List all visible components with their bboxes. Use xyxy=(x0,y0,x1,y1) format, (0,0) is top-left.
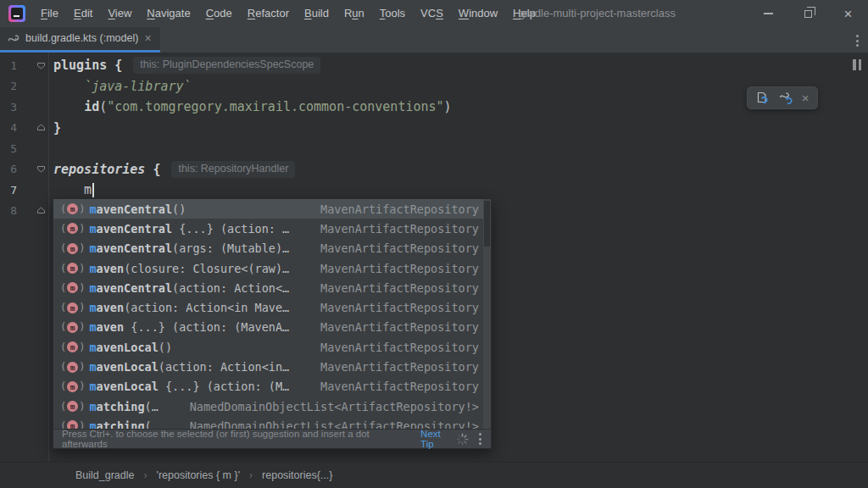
popup-scrollbar-thumb[interactable] xyxy=(484,201,490,247)
line-number: 4 xyxy=(3,121,17,134)
method-icon: (m) xyxy=(60,341,85,353)
completion-item-maven[interactable]: (m)maven {...} (action: (MavenA…MavenArt… xyxy=(53,318,491,337)
fold-marker-icon[interactable] xyxy=(17,164,48,174)
menu-build[interactable]: Build xyxy=(297,0,337,27)
code-text: m xyxy=(48,182,94,197)
kebab-icon xyxy=(854,32,861,49)
completion-item-matching[interactable]: (m)matching(…NamedDomainObjectList<Artif… xyxy=(53,416,491,429)
window-controls: × xyxy=(748,0,868,27)
menu-run[interactable]: Run xyxy=(337,0,372,27)
breadcrumb-separator: › xyxy=(249,469,253,481)
load-gradle-changes-toolbar: × xyxy=(747,86,818,109)
method-icon: (m) xyxy=(60,242,85,254)
minimize-button[interactable] xyxy=(748,0,788,27)
editor-tab-bar: build.gradle.kts (:model) × xyxy=(0,27,868,53)
breadcrumb: Build_gradle›'repositories { m }'›reposi… xyxy=(0,462,868,488)
breadcrumb-item-0[interactable]: Build_gradle xyxy=(72,469,138,482)
file-sync-icon xyxy=(756,92,771,105)
completion-list: (m)mavenCentral()MavenArtifactRepository… xyxy=(53,199,491,429)
restore-icon xyxy=(804,10,812,18)
method-icon: (m) xyxy=(60,203,85,215)
load-gradle-changes-button[interactable] xyxy=(756,92,771,105)
tab-label: build.gradle.kts (:model) xyxy=(25,32,138,44)
code-editor[interactable]: 1plugins {this: PluginDependenciesSpecSc… xyxy=(0,53,868,488)
fold-marker-icon[interactable] xyxy=(17,123,48,132)
line-number: 6 xyxy=(3,163,17,175)
menu-window[interactable]: Window xyxy=(451,0,505,27)
restore-button[interactable] xyxy=(788,0,828,27)
gradle-sync-icon xyxy=(778,92,793,105)
sync-gradle-button[interactable] xyxy=(778,92,793,105)
line-number: 1 xyxy=(3,59,17,72)
menu-vcs[interactable]: VCS xyxy=(413,0,451,27)
popup-options-icon[interactable] xyxy=(476,430,484,447)
code-line-6[interactable]: 6repositories {this: RepositoryHandler xyxy=(0,159,868,180)
method-icon: (m) xyxy=(60,263,85,274)
method-icon: (m) xyxy=(60,282,85,294)
line-number: 5 xyxy=(3,142,17,155)
title-bar: FileEditViewNavigateCodeRefactorBuildRun… xyxy=(0,0,868,27)
line-number: 3 xyxy=(3,101,17,114)
method-icon: (m) xyxy=(60,361,85,373)
code-line-5[interactable]: 5 xyxy=(0,138,868,159)
menu-navigate[interactable]: Navigate xyxy=(139,0,198,27)
fold-marker-icon[interactable] xyxy=(17,61,48,70)
completion-item-mavenLocal[interactable]: (m)mavenLocal(action: Action<in…MavenArt… xyxy=(53,357,491,376)
breadcrumb-separator: › xyxy=(144,469,147,481)
code-line-4[interactable]: 4} xyxy=(0,118,868,139)
completion-item-maven[interactable]: (m)maven(closure: Closure<(raw)…MavenArt… xyxy=(53,258,491,278)
next-tip-link[interactable]: Next Tip xyxy=(420,429,456,449)
code-text: } xyxy=(48,120,61,136)
completion-popup: (m)mavenCentral()MavenArtifactRepository… xyxy=(53,198,492,449)
completion-item-mavenCentral[interactable]: (m)mavenCentral {...} (action: …MavenArt… xyxy=(53,219,491,238)
method-icon: (m) xyxy=(60,401,85,413)
completion-item-mavenCentral[interactable]: (m)mavenCentral()MavenArtifactRepository xyxy=(53,199,491,219)
pause-analysis-icon[interactable] xyxy=(851,58,863,72)
code-lines: 1plugins {this: PluginDependenciesSpecSc… xyxy=(0,55,868,221)
gradle-icon xyxy=(7,32,20,46)
code-text: id("com.tomgregory.maxirail.common-conve… xyxy=(48,99,452,114)
method-icon: (m) xyxy=(60,223,85,235)
code-text: `java-library` xyxy=(48,79,192,94)
intellij-logo-icon xyxy=(8,5,25,22)
inlay-hint: this: PluginDependenciesSpecScope xyxy=(133,57,320,74)
menu-tools[interactable]: Tools xyxy=(372,0,413,27)
close-button[interactable]: × xyxy=(828,0,868,27)
menu-file[interactable]: File xyxy=(33,0,66,27)
tab-close-icon[interactable]: × xyxy=(144,31,151,45)
menu-code[interactable]: Code xyxy=(198,0,240,27)
completion-hint-bar: Press Ctrl+. to choose the selected (or … xyxy=(53,429,491,448)
menu-edit[interactable]: Edit xyxy=(66,0,100,27)
method-icon: (m) xyxy=(60,420,85,429)
fold-marker-icon[interactable] xyxy=(17,206,48,215)
minimize-icon xyxy=(764,13,773,14)
completion-item-mavenCentral[interactable]: (m)mavenCentral(args: (Mutable)…MavenArt… xyxy=(53,239,491,258)
dismiss-sync-icon[interactable]: × xyxy=(802,92,810,104)
completion-item-maven[interactable]: (m)maven(action: Action<in Mave…MavenArt… xyxy=(53,297,491,317)
completion-item-matching[interactable]: (m)matching(…NamedDomainObjectList<Artif… xyxy=(53,396,491,416)
menu-view[interactable]: View xyxy=(100,0,139,27)
spinner-icon xyxy=(456,433,469,446)
completion-item-mavenLocal[interactable]: (m)mavenLocal {...} (action: (M…MavenArt… xyxy=(53,377,491,396)
code-text: plugins {this: PluginDependenciesSpecSco… xyxy=(48,57,320,74)
code-line-2[interactable]: 2 `java-library` xyxy=(0,76,868,97)
code-line-1[interactable]: 1plugins {this: PluginDependenciesSpecSc… xyxy=(0,55,868,76)
popup-scrollbar[interactable] xyxy=(483,199,491,429)
method-icon: (m) xyxy=(60,380,85,392)
tab-options-button[interactable] xyxy=(854,32,861,49)
completion-item-mavenCentral[interactable]: (m)mavenCentral(action: Action<…MavenArt… xyxy=(53,278,491,297)
window-title: gradle-multi-project-masterclass xyxy=(519,0,676,27)
menu-bar: FileEditViewNavigateCodeRefactorBuildRun… xyxy=(33,0,543,27)
inlay-hint: this: RepositoryHandler xyxy=(171,161,295,178)
menu-refactor[interactable]: Refactor xyxy=(240,0,297,27)
code-line-3[interactable]: 3 id("com.tomgregory.maxirail.common-con… xyxy=(0,97,868,118)
method-icon: (m) xyxy=(60,321,85,333)
line-number: 2 xyxy=(3,80,17,92)
completion-item-mavenLocal[interactable]: (m)mavenLocal()MavenArtifactRepository xyxy=(53,337,491,357)
line-number: 8 xyxy=(3,204,17,217)
breadcrumb-item-2[interactable]: repositories{...} xyxy=(259,469,336,482)
close-icon: × xyxy=(844,7,853,21)
code-line-7[interactable]: 7 m xyxy=(0,180,868,201)
tab-build-gradle-kts[interactable]: build.gradle.kts (:model) × xyxy=(0,27,160,53)
breadcrumb-item-1[interactable]: 'repositories { m }' xyxy=(153,469,244,482)
